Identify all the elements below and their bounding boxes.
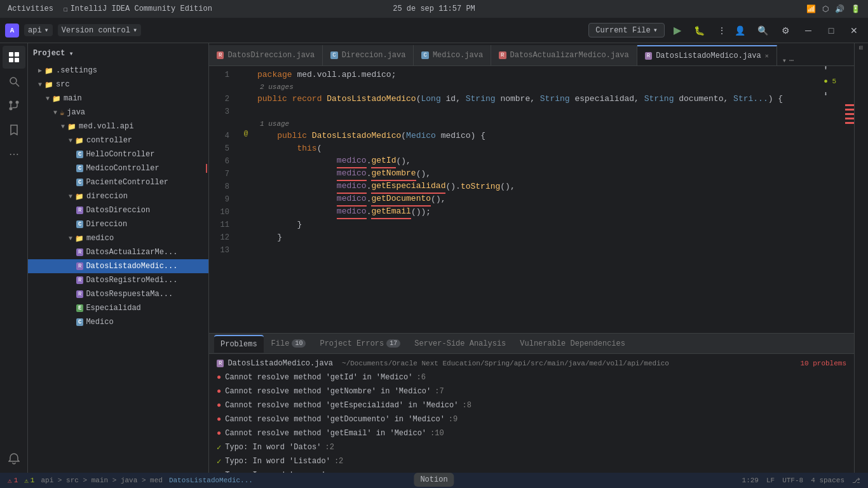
tab-label: Server-Side Analysis [414,339,506,348]
record-icon: R [76,262,83,270]
problem-row-7[interactable]: ✓ Typo: In word 'Listado' :2 [209,454,854,468]
tab-file[interactable]: File 10 [265,335,313,353]
activity-more-button[interactable]: ⋯ [3,142,25,165]
problem-row-1[interactable]: ● Cannot resolve method 'getId' in 'Medi… [209,370,854,384]
activity-notifications-button[interactable] [3,447,25,470]
sidebar-item-settings[interactable]: ▶ 📁 .settings [28,64,208,78]
status-indent[interactable]: 4 spaces [811,477,844,484]
close-button[interactable]: ✕ [845,22,863,39]
problem-text-6: Typo: In word 'Datos' [225,443,321,452]
problem-file-row[interactable]: R DatosListadoMedico.java ~/Documents/Or… [209,356,854,370]
sidebar-item-direccion[interactable]: ▼ 📁 direccion [28,189,208,203]
bluetooth-icon: ⬡ [822,4,829,14]
sidebar-item-medico-class[interactable]: C Medico [28,315,208,329]
status-active-file: DatosListadoMedic... [169,477,253,484]
java-icon: C [76,318,83,326]
tab-medico[interactable]: C Medico.java [414,45,491,65]
tab-datos-actualizar[interactable]: R DatosActualizarMedico.java [491,45,637,65]
vcs-selector[interactable]: Version control ▾ [58,24,141,36]
tab-project-errors[interactable]: Project Errors 17 [313,335,407,353]
tab-direccion[interactable]: C Direccion.java [323,45,414,65]
sidebar-item-datos-listado[interactable]: R DatosListadoMedic... [28,259,208,273]
activity-project-button[interactable] [3,46,25,69]
sidebar-item-datos-direccion[interactable]: R DatosDireccion [28,203,208,217]
svg-rect-3 [15,58,19,62]
item-label: DatosRespuestaMa... [86,290,173,299]
tab-label: DatosDireccion.java [227,51,315,60]
activity-vcs-button[interactable] [3,94,25,117]
profile-button[interactable]: 👤 [731,22,749,39]
run-button[interactable]: ▶ [670,23,685,38]
gutter-5 [240,140,252,152]
search-button[interactable]: 🔍 [754,22,771,39]
sidebar-item-paciente-controller[interactable]: C PacienteController [28,175,208,189]
bottom-tabs: Problems File 10 Project Errors 17 Serve… [209,334,854,354]
tab-datos-direccion[interactable]: R DatosDireccion.java [209,45,323,65]
activity-find-button[interactable] [3,70,25,93]
sidebar-item-package[interactable]: ▼ 📁 med.voll.api [28,119,208,133]
problem-row-4[interactable]: ● Cannot resolve method 'getDocumento' i… [209,412,854,426]
tab-vulnerable-deps[interactable]: Vulnerable Dependencies [513,335,632,353]
title-bar-right: 👤 🔍 ⚙ ─ □ ✕ [731,22,863,39]
code-usage-hint-2: 1 usage [252,118,854,130]
sidebar-item-medico[interactable]: ▼ 📁 medico [28,231,208,245]
gutter-7 [240,165,252,178]
sidebar-item-especialidad[interactable]: E Especialidad [28,301,208,315]
code-content[interactable]: package med.voll.api.medico; ● 5 ⬆ ● 5 ⬇… [252,66,854,333]
line-number-usage-hint [209,81,234,93]
error-mark-3 [845,113,854,115]
problem-row-8[interactable]: ✓ Typo: In word 'nom...' [209,468,854,473]
tab-close-icon[interactable]: ✕ [765,52,769,60]
folder-icon: ☕ [60,108,64,118]
sidebar-item-hello-controller[interactable]: C HelloController [28,147,208,161]
more-tabs-icon[interactable]: ⋯ [789,56,794,65]
code-editor[interactable]: 1 2 3 4 5 6 7 8 9 10 11 12 13 [209,66,854,333]
more-options-button[interactable]: ⋮ [713,22,731,39]
tab-server-analysis[interactable]: Server-Side Analysis [408,335,512,353]
sidebar-item-main[interactable]: ▼ 📁 main [28,92,208,105]
problem-location-5: :10 [430,429,444,438]
chevron-down-icon: ▼ [69,193,72,200]
record-icon: R [217,360,224,367]
sidebar-item-medico-controller[interactable]: C MedicoController [28,161,208,175]
sidebar-item-java[interactable]: ▼ ☕ java [28,105,208,119]
tab-problems[interactable]: Problems [214,335,264,353]
problem-row-5[interactable]: ● Cannot resolve method 'getEmail' in 'M… [209,426,854,440]
code-line-13 [252,244,854,257]
status-encoding[interactable]: UTF-8 [782,477,803,484]
battery-icon: 🔋 [851,4,860,14]
line-number-13: 13 [209,244,234,257]
svg-line-5 [16,83,19,86]
code-line-7: medico.getNombre(), [252,168,854,180]
chevron-down-tabs[interactable]: ▾ [782,56,787,65]
sidebar-item-datos-respuesta[interactable]: R DatosRespuestaMa... [28,287,208,301]
right-panel-label[interactable]: m [858,46,865,50]
tab-datos-listado[interactable]: R DatosListadoMedico.java ✕ [637,45,777,65]
sidebar-item-datos-actualizar[interactable]: R DatosActualizarMe... [28,245,208,259]
svg-rect-2 [9,58,13,62]
code-line-3 [252,105,854,118]
activity-bookmarks-button[interactable] [3,118,25,141]
debug-button[interactable]: 🐛 [690,22,708,39]
problem-row-6[interactable]: ✓ Typo: In word 'Datos' :2 [209,440,854,454]
settings-button[interactable]: ⚙ [776,22,794,39]
gutter-8 [240,178,252,191]
tab-label: File [271,339,290,348]
sidebar-item-controller[interactable]: ▼ 📁 controller [28,133,208,147]
status-line-ending[interactable]: LF [766,477,775,484]
maximize-button[interactable]: □ [822,22,840,39]
current-file-button[interactable]: Current File ▾ [588,23,665,37]
sidebar-item-direccion-class[interactable]: C Direccion [28,217,208,231]
chevron-down-icon-vcs: ▾ [133,25,137,35]
minimize-button[interactable]: ─ [799,22,817,39]
activities-label[interactable]: Activities [8,4,53,13]
problem-row-3[interactable]: ● Cannot resolve method 'getEspecialidad… [209,398,854,412]
problem-row-2[interactable]: ● Cannot resolve method 'getNombre' in '… [209,384,854,398]
project-selector[interactable]: api ▾ [24,24,53,36]
sidebar-item-datos-registro[interactable]: R DatosRegistroMedi... [28,273,208,287]
problem-location-4: :9 [449,415,458,424]
folder-icon: 📁 [67,123,76,131]
sidebar-item-src[interactable]: ▼ 📁 src [28,78,208,92]
status-line-col[interactable]: 1:29 [742,477,759,484]
code-line-5: this( [252,142,854,155]
